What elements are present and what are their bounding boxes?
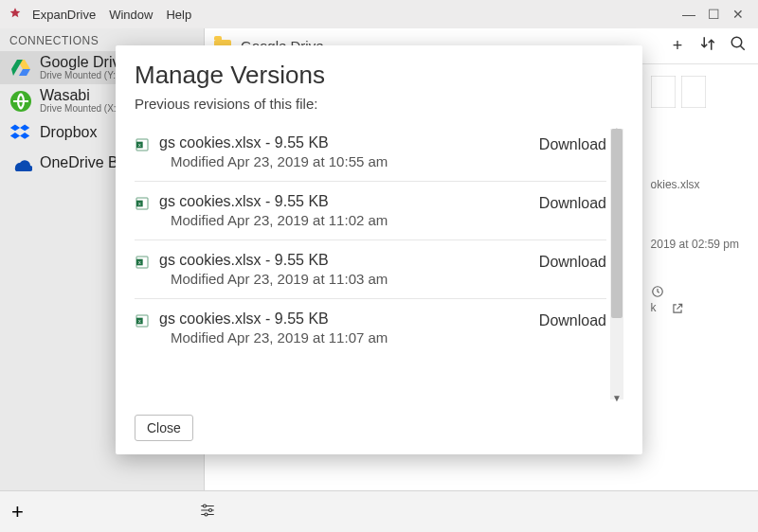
menu-appname[interactable]: ExpanDrive bbox=[32, 8, 96, 22]
version-modified: Modified Apr 23, 2019 at 11:02 am bbox=[159, 212, 530, 228]
excel-file-icon: x bbox=[135, 313, 150, 330]
version-filename: gs cookies.xlsx - 9.55 KB bbox=[159, 193, 530, 210]
menu-window[interactable]: Window bbox=[109, 8, 153, 22]
version-filename: gs cookies.xlsx - 9.55 KB bbox=[159, 252, 530, 269]
scrollbar-thumb[interactable] bbox=[611, 129, 623, 318]
ghost-filename: okies.xlsx bbox=[651, 174, 739, 196]
svg-point-7 bbox=[205, 513, 208, 516]
bottom-bar: + bbox=[0, 490, 758, 532]
titlebar: ExpanDrive Window Help — ☐ ✕ bbox=[0, 0, 758, 28]
connection-name: Dropbox bbox=[40, 125, 97, 141]
svg-text:x: x bbox=[138, 201, 141, 206]
settings-button[interactable] bbox=[199, 502, 216, 523]
download-link[interactable]: Download bbox=[539, 195, 606, 212]
scroll-down-icon[interactable]: ▼ bbox=[612, 393, 622, 403]
add-button[interactable]: + bbox=[667, 36, 688, 56]
version-modified: Modified Apr 23, 2019 at 11:03 am bbox=[159, 271, 530, 287]
download-link[interactable]: Download bbox=[539, 312, 606, 329]
connection-name: Wasabi bbox=[40, 88, 119, 104]
version-row: xgs cookies.xlsx - 9.55 KBModified Apr 2… bbox=[135, 123, 606, 182]
background-preview: okies.xlsx 2019 at 02:59 pm k bbox=[651, 76, 739, 318]
window-close-icon[interactable]: ✕ bbox=[726, 7, 750, 22]
svg-rect-3 bbox=[681, 76, 706, 108]
download-link[interactable]: Download bbox=[539, 254, 606, 271]
manage-versions-dialog: Manage Versions Previous revisions of th… bbox=[116, 45, 642, 454]
svg-text:x: x bbox=[138, 259, 141, 265]
add-connection-button[interactable]: + bbox=[11, 500, 24, 524]
download-link[interactable]: Download bbox=[539, 136, 606, 153]
svg-point-6 bbox=[209, 508, 212, 511]
dialog-title: Manage Versions bbox=[135, 61, 623, 90]
history-icon bbox=[651, 284, 664, 297]
scrollbar[interactable]: ▲ ▼ bbox=[610, 129, 623, 399]
google-drive-icon bbox=[9, 57, 32, 80]
app-logo-icon bbox=[8, 7, 23, 22]
dialog-subtitle: Previous revisions of this file: bbox=[135, 96, 623, 112]
version-modified: Modified Apr 23, 2019 at 10:55 am bbox=[159, 153, 530, 169]
svg-text:x: x bbox=[138, 318, 141, 324]
svg-text:x: x bbox=[138, 142, 141, 148]
svg-point-1 bbox=[731, 37, 742, 47]
svg-rect-2 bbox=[651, 76, 676, 108]
search-button[interactable] bbox=[728, 35, 749, 57]
excel-file-icon: x bbox=[135, 255, 150, 272]
ghost-date: 2019 at 02:59 pm bbox=[651, 234, 739, 256]
version-row: xgs cookies.xlsx - 9.55 KBModified Apr 2… bbox=[135, 240, 606, 299]
dropbox-icon bbox=[9, 122, 32, 145]
wasabi-icon bbox=[9, 90, 32, 113]
menu-help[interactable]: Help bbox=[166, 8, 191, 22]
connection-status: Drive Mounted (X:) bbox=[40, 104, 119, 115]
version-modified: Modified Apr 23, 2019 at 11:07 am bbox=[159, 329, 530, 346]
version-row: xgs cookies.xlsx - 9.55 KBModified Apr 2… bbox=[135, 182, 606, 240]
version-filename: gs cookies.xlsx - 9.55 KB bbox=[159, 310, 530, 328]
svg-point-5 bbox=[204, 505, 207, 507]
versions-list: xgs cookies.xlsx - 9.55 KBModified Apr 2… bbox=[135, 123, 623, 405]
onedrive-icon bbox=[9, 152, 32, 175]
version-row: xgs cookies.xlsx - 9.55 KBModified Apr 2… bbox=[135, 299, 606, 357]
ghost-action: k bbox=[651, 297, 657, 319]
excel-file-icon: x bbox=[135, 196, 150, 213]
external-link-icon bbox=[671, 301, 684, 314]
sort-button[interactable] bbox=[697, 35, 718, 57]
close-button[interactable]: Close bbox=[135, 415, 193, 441]
version-filename: gs cookies.xlsx - 9.55 KB bbox=[159, 134, 530, 151]
window-maximize-icon[interactable]: ☐ bbox=[701, 7, 726, 22]
excel-file-icon: x bbox=[135, 137, 150, 154]
window-minimize-icon[interactable]: — bbox=[677, 7, 701, 22]
